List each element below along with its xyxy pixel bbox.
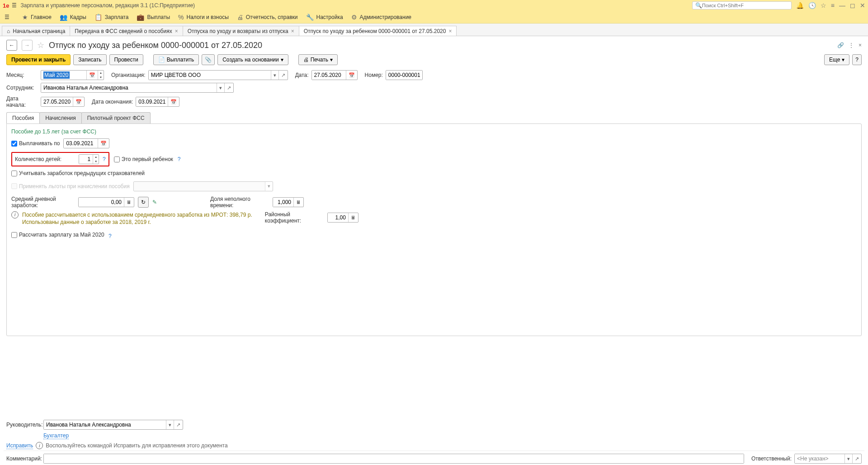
close-app-icon[interactable]: ✕ xyxy=(860,2,865,9)
close-icon[interactable]: × xyxy=(448,28,452,34)
menu-settings[interactable]: 🔧Настройка xyxy=(306,14,343,21)
help-question-icon[interactable]: ? xyxy=(103,156,106,162)
calculator-icon[interactable]: 🖩 xyxy=(293,198,303,207)
menu-salary[interactable]: 📋Зарплата xyxy=(94,14,129,21)
start-date-field[interactable] xyxy=(41,97,73,106)
employee-input[interactable]: ▾ ↗ xyxy=(41,83,234,93)
org-field[interactable] xyxy=(149,71,271,80)
link-icon[interactable]: 🔗 xyxy=(837,42,844,48)
pay-until-input[interactable]: 📅 xyxy=(63,138,109,148)
post-and-close-button[interactable]: Провести и закрыть xyxy=(6,54,71,65)
calendar-icon[interactable]: 📅 xyxy=(98,139,109,148)
tab-posobiya[interactable]: Пособия xyxy=(6,112,40,123)
inner-tabs: Пособия Начисления Пилотный проект ФСС xyxy=(6,112,862,123)
open-icon[interactable]: ↗ xyxy=(278,71,288,80)
calculator-icon[interactable]: 🖩 xyxy=(348,213,358,222)
edit-pencil-icon[interactable]: ✎ xyxy=(152,199,157,205)
save-button[interactable]: Записать xyxy=(73,54,106,65)
benefits-select[interactable]: ▾ xyxy=(133,181,273,191)
calendar-icon[interactable]: 📅 xyxy=(168,97,179,106)
document-toolbar: Провести и закрыть Записать Провести 📄Вы… xyxy=(0,52,868,69)
calendar-icon[interactable]: 📅 xyxy=(86,71,98,80)
month-input[interactable]: Май 2020 📅 ▲▼ xyxy=(41,70,104,80)
chevron-down-icon[interactable]: ▾ xyxy=(217,83,224,92)
paperclip-icon: 📎 xyxy=(205,57,212,63)
menu-reports[interactable]: 🖨Отчетность, справки xyxy=(237,14,298,21)
printer-icon: 🖨 xyxy=(303,57,309,63)
tab-otpuska[interactable]: Отпуска по уходу и возвраты из отпуска× xyxy=(183,26,299,36)
open-icon[interactable]: ↗ xyxy=(224,83,233,92)
global-search[interactable]: 🔍 xyxy=(692,1,792,9)
number-input[interactable] xyxy=(386,70,423,80)
post-button[interactable]: Провести xyxy=(109,54,143,65)
history-icon[interactable]: 🕓 xyxy=(808,2,816,9)
create-based-button[interactable]: Создать на основании ▾ xyxy=(217,54,288,65)
number-field[interactable] xyxy=(386,71,422,80)
print-button[interactable]: 🖨Печать ▾ xyxy=(298,54,338,65)
settings-icon[interactable]: ≡ xyxy=(831,2,835,9)
children-count-input[interactable]: ▲▼ xyxy=(79,154,99,164)
star-icon[interactable]: ☆ xyxy=(821,2,826,9)
pay-until-checkbox[interactable]: Выплачивать по xyxy=(11,140,60,147)
menu-toggle-icon[interactable]: ☰ xyxy=(5,14,9,20)
close-icon[interactable]: × xyxy=(175,28,178,34)
tab-nachisleniya[interactable]: Начисления xyxy=(39,112,82,123)
end-date-field[interactable] xyxy=(136,97,168,106)
avg-salary-input[interactable]: 🖩 xyxy=(78,197,134,207)
close-panel-icon[interactable]: × xyxy=(859,42,862,48)
calculator-icon[interactable]: 🖩 xyxy=(124,198,134,207)
chevron-down-icon[interactable]: ▾ xyxy=(271,71,278,80)
prev-insurers-checkbox[interactable]: Учитывать заработок предыдущих страховат… xyxy=(11,170,145,176)
tab-fss[interactable]: Передача в ФСС сведений о пособиях× xyxy=(70,26,183,36)
maximize-icon[interactable]: ◻ xyxy=(850,2,855,9)
section-title: Пособие до 1,5 лет (за счет ФСС) xyxy=(11,128,857,135)
apply-benefits-checkbox[interactable]: Применять льготы при начислении пособия xyxy=(11,183,130,190)
menu-payments[interactable]: 💼Выплаты xyxy=(137,14,170,21)
pay-button[interactable]: 📄Выплатить xyxy=(153,54,199,65)
minimize-icon[interactable]: — xyxy=(839,2,845,9)
nav-back-button[interactable]: ← xyxy=(6,40,17,51)
employee-field[interactable] xyxy=(41,83,217,92)
hamburger-icon[interactable]: ☰ xyxy=(12,2,17,9)
part-time-field[interactable] xyxy=(273,198,293,207)
menu-main[interactable]: ★Главное xyxy=(22,14,52,21)
start-date-input[interactable]: 📅 xyxy=(41,97,85,107)
end-date-input[interactable]: 📅 xyxy=(136,97,179,107)
part-time-input[interactable]: 🖩 xyxy=(273,197,304,207)
menu-taxes[interactable]: %Налоги и взносы xyxy=(178,14,229,21)
attach-button[interactable]: 📎 xyxy=(202,54,215,65)
close-icon[interactable]: × xyxy=(291,28,294,34)
children-spinner[interactable]: ▲▼ xyxy=(93,155,99,164)
info-icon: i xyxy=(11,211,19,218)
tab-home[interactable]: ⌂Начальная страница xyxy=(2,26,70,36)
bell-icon[interactable]: 🔔 xyxy=(796,2,804,9)
regional-coef-field[interactable] xyxy=(328,213,348,222)
more-button[interactable]: Еще ▾ xyxy=(824,54,849,65)
calendar-icon[interactable]: 📅 xyxy=(346,71,357,80)
nav-forward-button[interactable]: → xyxy=(22,40,33,51)
month-spinner[interactable]: ▲▼ xyxy=(98,71,104,80)
date-field[interactable] xyxy=(312,71,346,80)
menu-kadry[interactable]: 👥Кадры xyxy=(60,14,86,21)
refresh-button[interactable]: ↻ xyxy=(138,197,149,208)
help-question-icon[interactable]: ? xyxy=(108,233,112,239)
menu-admin[interactable]: ⚙Администрирование xyxy=(351,14,411,21)
children-count-field[interactable] xyxy=(79,155,93,164)
favorite-icon[interactable]: ☆ xyxy=(37,40,44,50)
tab-document[interactable]: Отпуск по уходу за ребенком 0000-000001 … xyxy=(299,26,457,36)
kebab-icon[interactable]: ⋮ xyxy=(849,42,854,48)
first-child-checkbox[interactable]: Это первый ребенок xyxy=(114,156,173,162)
org-input[interactable]: ▾ ↗ xyxy=(148,70,288,80)
pay-until-field[interactable] xyxy=(64,139,98,148)
avg-salary-field[interactable] xyxy=(79,198,124,207)
tab-pilot-fss[interactable]: Пилотный проект ФСС xyxy=(81,112,151,123)
help-question-icon[interactable]: ? xyxy=(178,156,181,162)
help-button[interactable]: ? xyxy=(852,54,862,65)
search-input[interactable] xyxy=(702,3,788,8)
calendar-icon[interactable]: 📅 xyxy=(73,97,84,106)
form-row-1: Месяц: Май 2020 📅 ▲▼ Организация: ▾ ↗ Да… xyxy=(0,69,868,81)
regional-coef-input[interactable]: 🖩 xyxy=(327,213,359,223)
recalc-checkbox[interactable]: Рассчитать зарплату за Май 2020 xyxy=(11,232,104,238)
chevron-down-icon[interactable]: ▾ xyxy=(265,182,273,191)
date-input[interactable]: 📅 xyxy=(311,70,358,80)
